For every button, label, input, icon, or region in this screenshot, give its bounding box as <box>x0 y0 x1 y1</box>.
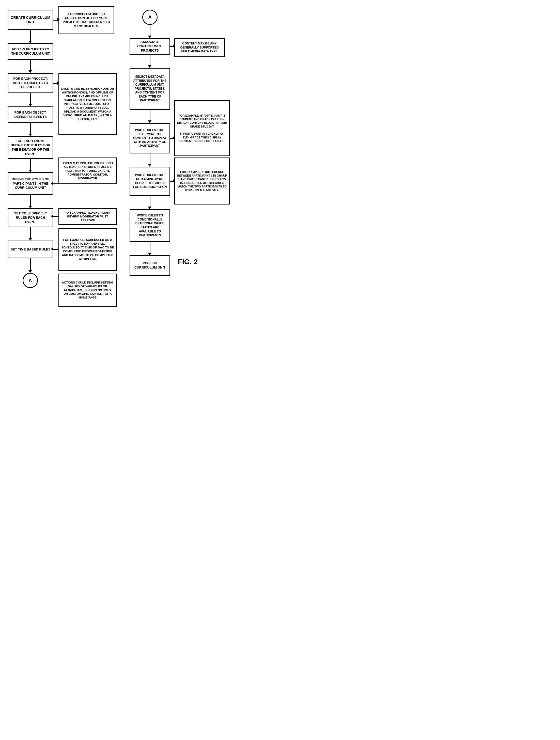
write-rules-content-box: WRITE RULES THAT DETERMINE THE CONTENT T… <box>129 123 170 154</box>
write-rules-states-box: WRITE RULES TO CONDITIONALLY DETERMINE W… <box>129 209 170 242</box>
events-desc-box: EVENTS CAN BE SYNCHRONOUS OR ASYNCHRONOU… <box>59 73 117 135</box>
for-each-event-box: FOR EACH EVENT, DEFINE THE RULES FOR THE… <box>8 136 54 159</box>
circle-a-bottom: A <box>23 273 38 288</box>
content-desc-box: CONTENT MAY BE ANY GENERALLY SUPPORTED M… <box>174 38 225 57</box>
curriculum-desc-box: A CURRICULUM UNIT IS A COLLECTION OF 1 O… <box>59 6 114 34</box>
role-desc-box: FOR EXAMPLE, TEACHER MUST REVIEW, MODERA… <box>59 208 117 225</box>
for-each-project-box: FOR EACH PROJECT, ADD 1-N OBJECTS TO THE… <box>8 73 54 93</box>
actions-desc-box: ACTIONS COULD INCLUDE SETTING VALUES OF … <box>59 274 117 307</box>
create-curriculum-box: CREATE CURRICULUM UNIT <box>8 10 54 30</box>
diagram: CREATE CURRICULUM UNIT A CURRICULUM UNIT… <box>0 0 280 370</box>
write-rules-group-box: WRITE RULES THAT DETERMINE WHAT PEOPLE T… <box>129 167 170 196</box>
set-role-box: SET ROLE SPECIFIC RULES FOR EACH EVENT <box>8 208 54 227</box>
select-metadata-box: SELECT METADATA ATTRIBUTES FOR THE CURRI… <box>129 68 170 110</box>
add-projects-box: ADD 1-N PROJECTS TO THE CURRICULUM UNIT <box>8 43 54 60</box>
content-example-box: FOR EXAMPLE, IF PARTICIPANT IS STUDENT A… <box>174 100 230 156</box>
publish-box: PUBLISH CURRICULUM UNIT <box>129 255 170 276</box>
types-desc-box: TYPES MAY INCLUDE ROLES SUCH AS TEACHER,… <box>59 158 117 184</box>
define-roles-box: DEFINE THE ROLES OF PARTICIPANTS IN THE … <box>8 172 54 195</box>
time-desc-box: FOR EXAMPLE, SCHEDULED ON A SPECIFIC DAY… <box>59 228 117 271</box>
associate-content-box: ASSOCIATE CONTENT WITH PROJECTS <box>129 38 170 55</box>
fig-label: FIG. 2 <box>178 258 198 266</box>
for-each-object-box: FOR EACH OBJECT, DEFINE ITS EVENTS <box>8 106 54 123</box>
group-example-box: FOR EXAMPLE, IF (DIFFERENCE BETWEEN PART… <box>174 158 230 204</box>
set-time-box: SET TIME BASED RULES <box>8 241 54 258</box>
circle-a-top: A <box>142 10 158 25</box>
